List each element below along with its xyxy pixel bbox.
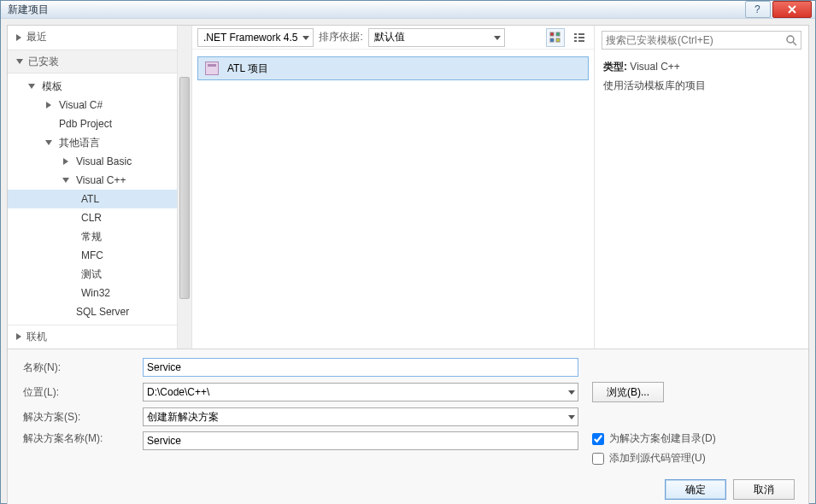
svg-line-12 bbox=[793, 42, 796, 45]
checkbox-label: 添加到源代码管理(U) bbox=[609, 451, 706, 466]
chevron-down-icon bbox=[28, 84, 35, 89]
section-recent[interactable]: 最近 bbox=[8, 26, 191, 50]
svg-rect-6 bbox=[578, 33, 584, 35]
location-value: D:\Code\C++\ bbox=[147, 386, 209, 398]
svg-rect-5 bbox=[574, 33, 577, 35]
dialog-window: 新建项目 ? 最近 已安装 bbox=[0, 0, 816, 504]
close-button[interactable] bbox=[772, 1, 812, 18]
tree-node-templates[interactable]: 模板 bbox=[8, 77, 177, 96]
solution-name-label: 解决方案名称(M): bbox=[23, 431, 143, 446]
tree-node-vcsharp[interactable]: Visual C# bbox=[8, 96, 177, 114]
svg-rect-10 bbox=[578, 40, 584, 42]
chevron-down-icon bbox=[62, 178, 69, 183]
svg-text:?: ? bbox=[754, 4, 760, 15]
tree-node-vcpp[interactable]: Visual C++ bbox=[8, 171, 177, 190]
name-label: 名称(N): bbox=[23, 360, 143, 375]
window-buttons: ? bbox=[743, 1, 812, 18]
name-input[interactable] bbox=[143, 358, 578, 377]
svg-rect-9 bbox=[574, 40, 577, 42]
solution-dropdown[interactable]: 创建新解决方案 bbox=[143, 407, 578, 426]
window-title: 新建项目 bbox=[8, 3, 743, 17]
solution-label: 解决方案(S): bbox=[23, 410, 143, 425]
titlebar[interactable]: 新建项目 ? bbox=[1, 1, 815, 19]
tree-label: ATL bbox=[81, 193, 99, 205]
help-button[interactable]: ? bbox=[745, 1, 771, 18]
search-icon bbox=[785, 34, 797, 46]
chevron-right-icon bbox=[16, 333, 21, 340]
tree-label: MFC bbox=[81, 249, 103, 261]
chevron-down-icon bbox=[16, 59, 23, 64]
cancel-button[interactable]: 取消 bbox=[733, 479, 795, 500]
tree-label: Pdb Project bbox=[59, 118, 112, 130]
tree-node-test[interactable]: 测试 bbox=[8, 265, 177, 284]
dialog-body: 最近 已安装 模板 Visual C# bbox=[7, 25, 809, 504]
template-description: 类型: Visual C++ 使用活动模板库的项目 bbox=[595, 58, 808, 95]
sortby-value: 默认值 bbox=[374, 30, 405, 44]
checkbox-input[interactable] bbox=[592, 433, 604, 445]
tree-node-mfc[interactable]: MFC bbox=[8, 246, 177, 265]
tree-node-otherlang[interactable]: 其他语言 bbox=[8, 133, 177, 152]
svg-rect-8 bbox=[578, 37, 584, 38]
search-input[interactable] bbox=[606, 34, 785, 46]
browse-button[interactable]: 浏览(B)... bbox=[592, 382, 664, 402]
framework-dropdown[interactable]: .NET Framework 4.5 bbox=[197, 28, 314, 47]
template-list: ATL 项目 bbox=[192, 50, 594, 349]
view-list-button[interactable] bbox=[570, 28, 589, 47]
chevron-right-icon bbox=[63, 158, 68, 165]
tree-label: SQL Server bbox=[76, 306, 129, 318]
location-label: 位置(L): bbox=[23, 385, 143, 400]
options-checks: 为解决方案创建目录(D) 添加到源代码管理(U) bbox=[592, 431, 716, 466]
section-label: 联机 bbox=[26, 330, 47, 344]
tree-label: Visual C++ bbox=[76, 174, 126, 186]
chevron-down-icon bbox=[302, 32, 309, 44]
center-pane: .NET Framework 4.5 排序依据: 默认值 bbox=[192, 26, 595, 349]
chevron-right-icon bbox=[16, 34, 21, 41]
template-tree: 模板 Visual C# Pdb Project 其他语言 bbox=[8, 73, 177, 325]
svg-rect-2 bbox=[556, 32, 560, 36]
scrollbar-thumb[interactable] bbox=[179, 77, 190, 299]
svg-rect-4 bbox=[556, 38, 560, 42]
svg-point-11 bbox=[787, 36, 794, 43]
solution-name-input[interactable] bbox=[143, 431, 578, 450]
view-thumbnails-button[interactable] bbox=[546, 28, 565, 47]
tree-label: 常规 bbox=[81, 230, 102, 244]
ok-button[interactable]: 确定 bbox=[665, 479, 726, 500]
tree-node-atl[interactable]: ATL bbox=[8, 190, 177, 208]
tree-node-general[interactable]: 常规 bbox=[8, 227, 177, 246]
section-online[interactable]: 联机 bbox=[8, 325, 191, 349]
type-label: 类型: bbox=[603, 61, 627, 73]
chevron-down-icon bbox=[494, 32, 501, 44]
svg-rect-7 bbox=[574, 37, 577, 38]
checkbox-label: 为解决方案创建目录(D) bbox=[609, 431, 716, 446]
atl-project-icon bbox=[205, 62, 219, 75]
tree-node-win32[interactable]: Win32 bbox=[8, 284, 177, 302]
tree-node-clr[interactable]: CLR bbox=[8, 208, 177, 227]
tree-label: 模板 bbox=[42, 79, 62, 94]
form-area: 名称(N): 位置(L): D:\Code\C++\ 浏览(B)... 解决方案… bbox=[8, 349, 808, 504]
tree-node-pdb[interactable]: Pdb Project bbox=[8, 114, 177, 133]
chevron-down-icon bbox=[568, 411, 575, 423]
checkbox-input[interactable] bbox=[592, 453, 604, 465]
detail-pane: 类型: Visual C++ 使用活动模板库的项目 bbox=[595, 26, 808, 349]
template-item-label: ATL 项目 bbox=[227, 62, 268, 76]
template-item-atl[interactable]: ATL 项目 bbox=[197, 56, 589, 80]
location-input[interactable]: D:\Code\C++\ bbox=[143, 383, 578, 401]
chevron-right-icon bbox=[46, 102, 51, 108]
tree-node-sqlserver[interactable]: SQL Server bbox=[8, 302, 177, 321]
section-installed[interactable]: 已安装 bbox=[8, 50, 191, 73]
list-toolbar: .NET Framework 4.5 排序依据: 默认值 bbox=[192, 26, 594, 50]
grid-icon bbox=[549, 32, 561, 44]
close-icon bbox=[787, 4, 797, 15]
sidebar-scrollbar[interactable] bbox=[177, 26, 191, 349]
type-value: Visual C++ bbox=[630, 61, 679, 73]
search-templates[interactable] bbox=[602, 31, 801, 50]
tree-node-vb[interactable]: Visual Basic bbox=[8, 152, 177, 171]
tree-label: 其他语言 bbox=[59, 136, 100, 150]
dialog-buttons: 确定 取消 bbox=[23, 479, 798, 500]
sortby-dropdown[interactable]: 默认值 bbox=[368, 28, 505, 47]
solution-value: 创建新解决方案 bbox=[147, 410, 219, 425]
tree-label: 测试 bbox=[81, 267, 102, 282]
list-icon bbox=[573, 32, 585, 44]
add-source-control-checkbox[interactable]: 添加到源代码管理(U) bbox=[592, 451, 716, 466]
create-directory-checkbox[interactable]: 为解决方案创建目录(D) bbox=[592, 431, 716, 446]
